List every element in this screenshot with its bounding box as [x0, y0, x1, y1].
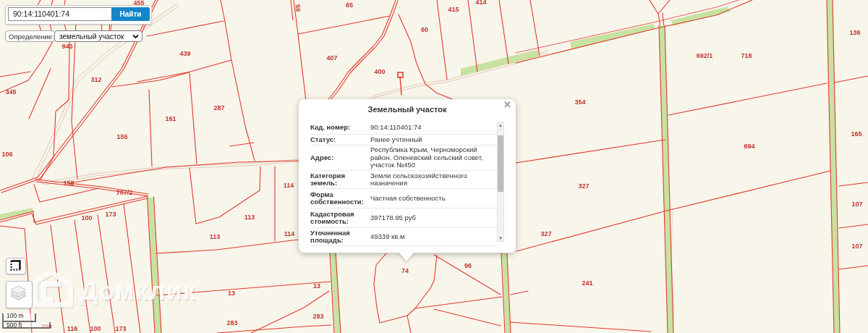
svg-text:945: 945 [61, 43, 72, 50]
svg-text:114: 114 [284, 230, 295, 237]
svg-text:400: 400 [374, 68, 385, 75]
svg-text:718: 718 [741, 52, 752, 59]
svg-text:161: 161 [165, 115, 176, 122]
svg-text:327: 327 [578, 182, 589, 190]
svg-text:60: 60 [421, 26, 428, 33]
svg-text:106: 106 [1, 151, 12, 158]
svg-text:439: 439 [179, 50, 190, 57]
svg-text:283: 283 [226, 319, 237, 326]
svg-text:65: 65 [294, 4, 302, 12]
svg-text:136: 136 [849, 29, 860, 36]
svg-text:155: 155 [116, 133, 127, 140]
svg-text:Домклик: Домклик [80, 277, 197, 305]
svg-text:327: 327 [540, 230, 551, 237]
svg-text:414: 414 [475, 0, 486, 6]
svg-text:100: 100 [90, 325, 101, 332]
svg-text:113: 113 [244, 214, 255, 221]
svg-text:107: 107 [851, 201, 862, 208]
svg-text:407: 407 [326, 54, 337, 62]
svg-text:415: 415 [448, 6, 459, 13]
svg-text:100: 100 [81, 214, 92, 222]
svg-text:158: 158 [63, 180, 74, 187]
svg-text:173: 173 [115, 325, 126, 332]
svg-text:354: 354 [574, 98, 585, 106]
svg-text:65: 65 [346, 1, 353, 9]
svg-text:241: 241 [582, 279, 592, 287]
svg-text:165: 165 [851, 130, 861, 138]
svg-text:74: 74 [401, 267, 409, 274]
svg-text:107: 107 [851, 243, 862, 250]
svg-text:173: 173 [105, 211, 116, 218]
svg-text:114: 114 [284, 182, 294, 189]
svg-text:96: 96 [464, 262, 472, 269]
svg-text:283: 283 [312, 313, 323, 320]
svg-text:692/1: 692/1 [697, 52, 713, 59]
svg-text:113: 113 [210, 233, 221, 240]
svg-text:116: 116 [67, 325, 78, 332]
svg-text:707/2: 707/2 [116, 189, 133, 196]
svg-text:345: 345 [5, 88, 16, 96]
svg-text:312: 312 [90, 76, 101, 83]
svg-text:694: 694 [744, 143, 754, 150]
svg-text:287: 287 [213, 104, 224, 111]
